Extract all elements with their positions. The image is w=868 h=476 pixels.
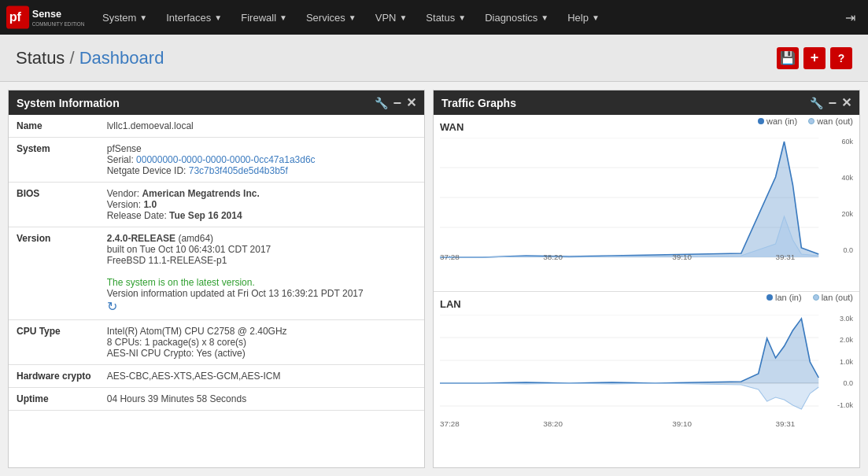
- table-row: Hardware crypto AES-CBC,AES-XTS,AES-GCM,…: [9, 365, 424, 388]
- save-button[interactable]: 💾: [777, 47, 799, 69]
- row-label: Uptime: [9, 388, 99, 411]
- svg-text:39:10: 39:10: [672, 253, 692, 260]
- nav-vpn[interactable]: VPN ▼: [366, 0, 417, 35]
- traffic-panel-header: Traffic Graphs 🔧 − ✕: [434, 90, 859, 115]
- svg-text:37:28: 37:28: [440, 253, 460, 260]
- chevron-down-icon: ▼: [399, 13, 407, 22]
- chevron-down-icon: ▼: [139, 13, 147, 22]
- wan-legend: wan (in) wan (out): [758, 116, 853, 126]
- breadcrumb-actions: 💾 + ?: [777, 47, 852, 69]
- nav-interfaces[interactable]: Interfaces ▼: [157, 0, 231, 35]
- nav-services[interactable]: Services ▼: [297, 0, 366, 35]
- traffic-panel-controls: 🔧 − ✕: [810, 95, 851, 110]
- y-label-2k: 2.0k: [837, 336, 853, 344]
- wan-chart: 37:28 38:20 39:10 39:31 60k 40k 20k 0.0: [440, 138, 853, 260]
- lan-in-legend: lan (in): [766, 293, 802, 302]
- wan-out-label: wan (out): [817, 116, 853, 126]
- row-value: Vendor: American Megatrends Inc. Version…: [99, 183, 424, 227]
- y-label-60k: 60k: [841, 138, 853, 146]
- breadcrumb-parent: Status: [16, 48, 65, 68]
- svg-text:38:20: 38:20: [543, 253, 563, 260]
- refresh-icon[interactable]: ↻: [107, 299, 117, 314]
- table-row: Version 2.4.0-RELEASE (amd64) built on T…: [9, 227, 424, 320]
- table-row: CPU Type Intel(R) Atom(TM) CPU C2758 @ 2…: [9, 320, 424, 365]
- row-value: 2.4.0-RELEASE (amd64) built on Tue Oct 1…: [99, 227, 424, 320]
- add-widget-button[interactable]: +: [803, 47, 826, 69]
- y-label-0: 0.0: [837, 379, 853, 387]
- lan-in-dot: [766, 294, 773, 301]
- wan-in-dot: [758, 118, 764, 124]
- svg-text:37:28: 37:28: [440, 419, 460, 427]
- table-row: Name lvllc1.demoeval.local: [9, 115, 424, 138]
- traffic-title: Traffic Graphs: [441, 97, 516, 109]
- sysinfo-panel-header: System Information 🔧 − ✕: [9, 90, 424, 115]
- wan-out-dot: [808, 118, 814, 124]
- traffic-body: WAN wan (in) wan (out): [434, 115, 859, 467]
- sysinfo-title: System Information: [17, 97, 120, 109]
- svg-text:Sense: Sense: [32, 8, 61, 20]
- svg-text:39:31: 39:31: [776, 419, 796, 427]
- close-icon[interactable]: ✕: [841, 95, 851, 110]
- nav-diagnostics[interactable]: Diagnostics ▼: [475, 0, 558, 35]
- lan-in-label: lan (in): [775, 293, 802, 302]
- lan-label: LAN: [440, 298, 461, 310]
- y-label-40k: 40k: [841, 174, 853, 182]
- svg-text:39:10: 39:10: [672, 419, 692, 427]
- traffic-panel: Traffic Graphs 🔧 − ✕ WAN wan (in): [433, 90, 860, 468]
- table-row: System pfSense Serial: 00000000-0000-000…: [9, 138, 424, 183]
- nav-help[interactable]: Help ▼: [558, 0, 609, 35]
- help-button[interactable]: ?: [830, 47, 852, 69]
- row-label: CPU Type: [9, 320, 99, 365]
- row-value: Intel(R) Atom(TM) CPU C2758 @ 2.40GHz 8 …: [99, 320, 424, 365]
- y-label-0: 0.0: [841, 246, 853, 254]
- svg-text:38:20: 38:20: [543, 419, 563, 427]
- chevron-down-icon: ▼: [279, 13, 287, 22]
- row-value: pfSense Serial: 00000000-0000-0000-0000-…: [99, 138, 424, 183]
- lan-chart: 37:28 38:20 39:10 39:31 3.0k 2.0k 1.0k 0…: [440, 315, 853, 429]
- row-label: System: [9, 138, 99, 183]
- breadcrumb-separator: /: [70, 48, 79, 68]
- lan-out-label: lan (out): [822, 293, 853, 302]
- nav-firewall[interactable]: Firewall ▼: [231, 0, 297, 35]
- wrench-icon[interactable]: 🔧: [375, 97, 388, 109]
- wrench-icon[interactable]: 🔧: [810, 97, 823, 109]
- wan-out-legend: wan (out): [808, 116, 853, 126]
- chevron-down-icon: ▼: [214, 13, 222, 22]
- wan-graph-section: WAN wan (in) wan (out): [434, 115, 859, 292]
- breadcrumb-current: Dashboard: [79, 48, 164, 68]
- row-value: lvllc1.demoeval.local: [99, 115, 424, 138]
- close-icon[interactable]: ✕: [406, 95, 416, 110]
- row-value: 04 Hours 39 Minutes 58 Seconds: [99, 388, 424, 411]
- sysinfo-body: Name lvllc1.demoeval.local System pfSens…: [9, 115, 424, 467]
- row-label: Hardware crypto: [9, 365, 99, 388]
- wan-in-legend: wan (in): [758, 116, 797, 126]
- logo: pf Sense COMMUNITY EDITION: [6, 3, 85, 31]
- breadcrumb-bar: Status / Dashboard 💾 + ?: [0, 35, 868, 82]
- y-label-20k: 20k: [841, 210, 853, 218]
- main-content: System Information 🔧 − ✕ Name lvllc1.dem…: [0, 82, 868, 476]
- wan-in-label: wan (in): [766, 116, 797, 126]
- minimize-icon[interactable]: −: [828, 96, 837, 110]
- nav-status[interactable]: Status ▼: [416, 0, 475, 35]
- sysinfo-table: Name lvllc1.demoeval.local System pfSens…: [9, 115, 424, 411]
- row-value: AES-CBC,AES-XTS,AES-GCM,AES-ICM: [99, 365, 424, 388]
- lan-legend: lan (in) lan (out): [766, 293, 853, 302]
- row-label: Name: [9, 115, 99, 138]
- sysinfo-panel: System Information 🔧 − ✕ Name lvllc1.dem…: [8, 90, 425, 468]
- breadcrumb: Status / Dashboard: [16, 48, 164, 68]
- wan-label: WAN: [440, 121, 464, 133]
- panel-controls: 🔧 − ✕: [375, 95, 416, 110]
- nav-logout[interactable]: ⇥: [839, 10, 862, 25]
- y-label-neg1k: -1.0k: [837, 401, 853, 409]
- row-label: BIOS: [9, 183, 99, 227]
- nav-system[interactable]: System ▼: [93, 0, 157, 35]
- svg-text:pf: pf: [9, 9, 22, 24]
- chevron-down-icon: ▼: [458, 13, 466, 22]
- chevron-down-icon: ▼: [592, 13, 600, 22]
- y-label-1k: 1.0k: [837, 358, 853, 366]
- row-label: Version: [9, 227, 99, 320]
- table-row: BIOS Vendor: American Megatrends Inc. Ve…: [9, 183, 424, 227]
- y-label-3k: 3.0k: [837, 315, 853, 323]
- svg-marker-22: [440, 383, 818, 409]
- minimize-icon[interactable]: −: [393, 96, 401, 110]
